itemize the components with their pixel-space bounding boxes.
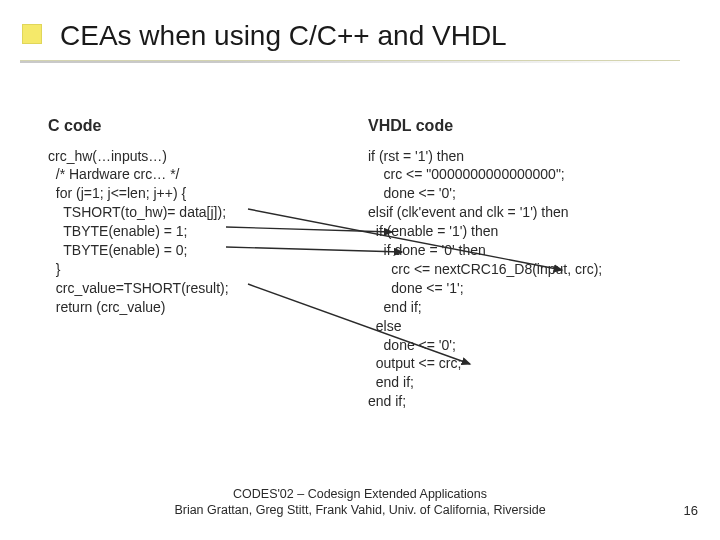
c-code-heading: C code (48, 115, 328, 137)
title-underline (20, 60, 680, 63)
slide-title: CEAs when using C/C++ and VHDL (60, 20, 507, 52)
vhdl-line: done <= '1'; (368, 279, 698, 298)
c-line: for (j=1; j<=len; j++) { (48, 184, 328, 203)
slide-footer: CODES'02 – Codesign Extended Application… (0, 486, 720, 519)
c-line: /* Hardware crc… */ (48, 165, 328, 184)
c-line: TSHORT(to_hw)= data[j]); (48, 203, 328, 222)
vhdl-line: crc <= nextCRC16_D8(input, crc); (368, 260, 698, 279)
c-code-column: C code crc_hw(…inputs…) /* Hardware crc…… (48, 115, 328, 317)
accent-square (22, 24, 42, 44)
vhdl-code-column: VHDL code if (rst = '1') then crc <= "00… (368, 115, 698, 411)
c-line: TBYTE(enable) = 1; (48, 222, 328, 241)
vhdl-line: elsif (clk'event and clk = '1') then (368, 203, 698, 222)
vhdl-line: else (368, 317, 698, 336)
c-line: crc_hw(…inputs…) (48, 147, 328, 166)
c-line: TBYTE(enable) = 0; (48, 241, 328, 260)
c-line: } (48, 260, 328, 279)
vhdl-line: if (enable = '1') then (368, 222, 698, 241)
vhdl-code-heading: VHDL code (368, 115, 698, 137)
vhdl-line: end if; (368, 392, 698, 411)
vhdl-line: end if; (368, 298, 698, 317)
vhdl-line: done <= '0'; (368, 184, 698, 203)
c-line: crc_value=TSHORT(result); (48, 279, 328, 298)
vhdl-line: if done = '0' then (368, 241, 698, 260)
page-number: 16 (684, 503, 698, 518)
vhdl-line: end if; (368, 373, 698, 392)
vhdl-line: crc <= "0000000000000000"; (368, 165, 698, 184)
footer-line-1: CODES'02 – Codesign Extended Application… (0, 486, 720, 502)
vhdl-line: done <= '0'; (368, 336, 698, 355)
footer-line-2: Brian Grattan, Greg Stitt, Frank Vahid, … (0, 502, 720, 518)
vhdl-line: if (rst = '1') then (368, 147, 698, 166)
c-line: return (crc_value) (48, 298, 328, 317)
vhdl-line: output <= crc; (368, 354, 698, 373)
